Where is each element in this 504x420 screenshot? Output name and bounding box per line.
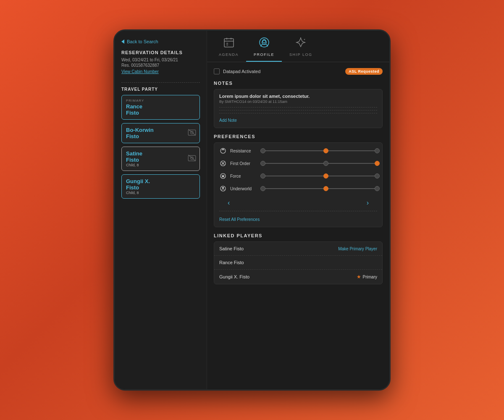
underworld-icon bbox=[219, 185, 227, 192]
add-note-link[interactable]: Add Note bbox=[219, 118, 237, 123]
divider bbox=[121, 82, 200, 83]
tab-agenda-label: AGENDA bbox=[219, 52, 239, 57]
slider-underworld[interactable] bbox=[263, 188, 377, 189]
svg-point-13 bbox=[262, 39, 266, 43]
party-card-gungii[interactable]: Gungii X. Fisto Child, 8 bbox=[121, 174, 200, 199]
svg-line-16 bbox=[304, 39, 305, 40]
datapad-row: Datapad Activated ASL Requested bbox=[214, 68, 383, 75]
reset-preferences-link[interactable]: Reset All Preferences bbox=[219, 217, 260, 222]
pref-name-underworld: Underworld bbox=[230, 186, 260, 191]
profile-icon bbox=[258, 37, 270, 51]
card-label-primary: PRIMARY bbox=[126, 99, 195, 102]
left-panel: Back to Search RESERVATION DETAILS Wed, … bbox=[115, 31, 207, 389]
ship-log-icon bbox=[295, 37, 307, 51]
linked-name-gungii: Gungii X. Fisto bbox=[219, 274, 249, 279]
tab-agenda[interactable]: AGENDA bbox=[211, 31, 246, 62]
pref-prev-chevron[interactable]: ‹ bbox=[228, 199, 230, 207]
travel-party-title: TRAVEL PARTY bbox=[121, 87, 200, 92]
primary-badge-gungii: ★ Primary bbox=[357, 274, 377, 280]
reservation-title: RESERVATION DETAILS bbox=[121, 50, 200, 55]
card-last-gungii: Fisto bbox=[126, 184, 195, 191]
preferences-section-header: PREFERENCES bbox=[214, 134, 383, 139]
slider-dot-mid-firstorder bbox=[323, 161, 328, 166]
slider-dot-left-firstorder bbox=[260, 161, 265, 166]
slider-dot-left-resistance bbox=[260, 148, 265, 153]
slider-dot-right-underworld bbox=[375, 186, 380, 191]
slider-dot-right-force bbox=[375, 173, 380, 178]
tab-ship-log-label: SHIP LOG bbox=[289, 52, 312, 57]
card-name-rance: Rance bbox=[126, 103, 195, 110]
reservation-date: Wed, 03/24/21 to Fri, 03/26/21 bbox=[121, 58, 200, 62]
datapad-checkbox[interactable] bbox=[214, 68, 220, 74]
linked-row-rance: Rance Fisto bbox=[214, 256, 382, 270]
pref-nav: ‹ › bbox=[219, 197, 377, 208]
no-photo-icon-bokorwin bbox=[188, 129, 196, 137]
tablet-device: Back to Search RESERVATION DETAILS Wed, … bbox=[113, 29, 391, 391]
pref-row-resistance: Resistance bbox=[219, 147, 377, 155]
note-text: Lorem ipsum dolor sit amet, consectetur. bbox=[219, 94, 377, 99]
slider-firstorder[interactable] bbox=[263, 163, 377, 164]
tab-ship-log[interactable]: SHIP LOG bbox=[282, 31, 320, 62]
pref-next-chevron[interactable]: › bbox=[367, 199, 369, 207]
view-cabin-link[interactable]: View Cabin Number bbox=[121, 69, 200, 74]
firstorder-icon bbox=[219, 160, 227, 167]
content-area: Datapad Activated ASL Requested NOTES Lo… bbox=[207, 62, 389, 389]
reservation-number: Res. 001587632887 bbox=[121, 63, 200, 68]
make-primary-link-satine[interactable]: Make Primary Player bbox=[338, 247, 377, 251]
linked-section-header: LINKED PLAYERS bbox=[214, 233, 383, 238]
card-child-gungii: Child, 8 bbox=[126, 191, 195, 195]
slider-dot-active-underworld[interactable] bbox=[323, 186, 328, 191]
note-divider bbox=[219, 107, 377, 108]
notes-box: Lorem ipsum dolor sit amet, consectetur.… bbox=[214, 89, 383, 128]
tabs-bar: AGENDA PROFILE bbox=[207, 31, 389, 62]
force-icon bbox=[219, 172, 227, 180]
card-child-satine: Child, 8 bbox=[126, 163, 195, 167]
party-card-rance[interactable]: PRIMARY Rance Fisto bbox=[121, 95, 200, 120]
asl-badge: ASL Requested bbox=[345, 68, 383, 75]
slider-force[interactable] bbox=[263, 176, 377, 176]
slider-dot-right-resistance bbox=[375, 148, 380, 153]
no-photo-icon-satine bbox=[188, 155, 196, 163]
right-panel: AGENDA PROFILE bbox=[207, 31, 389, 389]
linked-row-satine: Satine Fisto Make Primary Player bbox=[214, 242, 382, 256]
linked-row-gungii: Gungii X. Fisto ★ Primary bbox=[214, 270, 382, 284]
preferences-box: Resistance bbox=[214, 142, 383, 227]
card-last-bokorwin: Fisto bbox=[126, 133, 195, 139]
agenda-icon bbox=[223, 37, 235, 51]
slider-dot-left-underworld bbox=[260, 186, 265, 191]
back-to-search-link[interactable]: Back to Search bbox=[121, 39, 200, 44]
datapad-left: Datapad Activated bbox=[214, 68, 260, 74]
slider-resistance[interactable] bbox=[263, 150, 377, 151]
party-cards-list: PRIMARY Rance Fisto Bo-Korwin Fisto S bbox=[121, 95, 200, 199]
slider-dot-active-firstorder[interactable] bbox=[375, 161, 380, 166]
resistance-icon bbox=[219, 147, 227, 155]
pref-name-force: Force bbox=[230, 174, 260, 178]
back-arrow-icon bbox=[121, 39, 124, 44]
party-card-satine[interactable]: Satine Fisto Child, 8 bbox=[121, 147, 200, 171]
linked-name-satine: Satine Fisto bbox=[219, 246, 244, 251]
pref-row-firstorder: First Order bbox=[219, 160, 377, 167]
slider-dot-active-resistance[interactable] bbox=[323, 148, 328, 153]
svg-rect-6 bbox=[224, 39, 234, 47]
note-divider-3 bbox=[219, 113, 377, 113]
card-last-rance: Fisto bbox=[126, 110, 195, 116]
slider-dot-left-force bbox=[260, 173, 265, 178]
star-icon: ★ bbox=[357, 274, 361, 280]
card-name-satine: Satine bbox=[126, 150, 195, 157]
slider-dot-active-force[interactable] bbox=[323, 173, 328, 178]
prefs-divider bbox=[219, 211, 377, 211]
tab-profile[interactable]: PROFILE bbox=[246, 31, 282, 62]
card-name-gungii: Gungii X. bbox=[126, 178, 195, 184]
notes-section-header: NOTES bbox=[214, 81, 383, 86]
note-meta: By SMITHCO14 on 03/24/20 at 11:15am bbox=[219, 100, 377, 104]
linked-name-rance: Rance Fisto bbox=[219, 260, 244, 265]
party-card-bokorwin[interactable]: Bo-Korwin Fisto bbox=[121, 123, 200, 143]
card-last-satine: Fisto bbox=[126, 157, 195, 163]
svg-point-23 bbox=[223, 187, 224, 189]
primary-label: Primary bbox=[363, 275, 377, 279]
datapad-label: Datapad Activated bbox=[223, 69, 260, 74]
tab-profile-label: PROFILE bbox=[254, 52, 274, 57]
card-name-bokorwin: Bo-Korwin bbox=[126, 127, 195, 133]
note-divider-2 bbox=[219, 110, 377, 110]
pref-row-force: Force bbox=[219, 172, 377, 180]
